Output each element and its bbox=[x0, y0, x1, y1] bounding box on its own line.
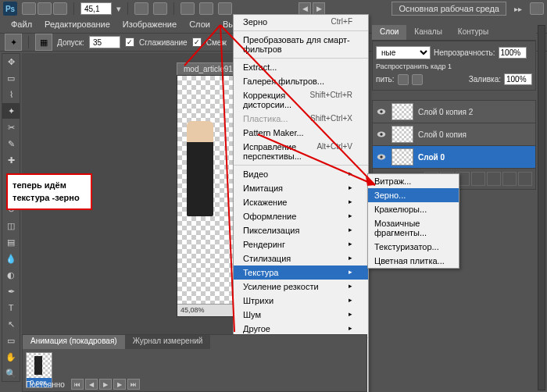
filter-category[interactable]: Рендеринг▸ bbox=[234, 237, 368, 251]
next-frame-icon[interactable]: ▶ bbox=[113, 379, 126, 390]
new-icon[interactable] bbox=[502, 172, 517, 186]
filter-category[interactable]: Имитация▸ bbox=[234, 181, 368, 195]
hand-icon[interactable] bbox=[134, 2, 148, 15]
filter-category[interactable]: Усиление резкости▸ bbox=[234, 280, 368, 294]
zoom-unit[interactable]: ▾ bbox=[116, 4, 121, 14]
gradient-tool-icon[interactable]: ▤ bbox=[2, 234, 20, 250]
filter-category[interactable]: Искажение▸ bbox=[234, 195, 368, 209]
tab-channels[interactable]: Каналы bbox=[406, 25, 450, 40]
zoom-field[interactable] bbox=[80, 2, 112, 15]
path-tool-icon[interactable]: ↖ bbox=[2, 316, 20, 332]
screen-mode-icon[interactable] bbox=[218, 2, 232, 15]
move-tool-icon[interactable]: ✥ bbox=[2, 54, 20, 69]
opacity-input[interactable] bbox=[499, 47, 527, 59]
type-tool-icon[interactable]: T bbox=[2, 300, 20, 315]
zoom-tool-icon[interactable] bbox=[153, 2, 167, 15]
zoom-small-icon[interactable]: 🔍 bbox=[2, 365, 20, 381]
texture-subitem[interactable]: Текстуризатор... bbox=[368, 240, 459, 254]
panel-tabs-top: Слои Каналы Контуры bbox=[372, 25, 536, 41]
magic-wand-tool-icon[interactable]: ✦ bbox=[2, 103, 20, 119]
crop-tool-icon[interactable]: ✂ bbox=[2, 119, 20, 135]
filter-item[interactable]: Pattern Maker... bbox=[234, 126, 368, 140]
animation-controls: Постоянно ⏮ ◀ ▶ ▶ ⏭ bbox=[26, 379, 140, 390]
menu-edit[interactable]: Редактирование bbox=[38, 17, 116, 33]
prev-frame-icon[interactable]: ◀ bbox=[85, 379, 98, 390]
filter-item[interactable]: Исправление перспективы...Alt+Ctrl+V bbox=[234, 140, 368, 163]
tab-layers[interactable]: Слои bbox=[372, 25, 406, 40]
document-tab[interactable]: mod_article91 bbox=[177, 62, 240, 76]
menu-layer[interactable]: Слои bbox=[183, 17, 216, 33]
expand-icon[interactable]: ▸▸ bbox=[514, 5, 522, 13]
blend-mode-select[interactable]: ные bbox=[376, 46, 431, 59]
contiguous-checkbox[interactable]: ✓ bbox=[192, 37, 202, 47]
texture-subitem[interactable]: Мозаичные фрагменты... bbox=[368, 216, 459, 240]
antialias-checkbox[interactable]: ✓ bbox=[125, 37, 134, 47]
healing-tool-icon[interactable]: ✚ bbox=[2, 152, 20, 168]
adjust-icon[interactable] bbox=[471, 172, 485, 186]
visibility-icon[interactable] bbox=[376, 106, 387, 117]
shape-tool-icon[interactable]: ▭ bbox=[2, 333, 20, 348]
lock-transparency-icon[interactable] bbox=[398, 74, 409, 85]
filter-last[interactable]: ЗерноCtrl+F bbox=[234, 15, 368, 29]
eraser-tool-icon[interactable]: ◫ bbox=[2, 218, 20, 233]
toolbox: ✥ ▭ ⌇ ✦ ✂ ✎ ✚ 🖌 ⧇ ↺ ◫ ▤ 💧 ◐ ✒ T ↖ ▭ ✋ 🔍 bbox=[2, 53, 20, 382]
layer-options: ные Непрозрачность: Распространить кадр … bbox=[372, 41, 536, 91]
filter-convert-smart[interactable]: Преобразовать для смарт-фильтров bbox=[234, 33, 368, 56]
tolerance-label: Допуск: bbox=[57, 38, 84, 47]
marquee-tool-icon[interactable]: ▭ bbox=[2, 70, 20, 86]
nav-left-icon[interactable]: ◀ bbox=[299, 2, 311, 15]
tool-preset-icon[interactable]: ✦ bbox=[5, 34, 22, 51]
filter-category[interactable]: Оформление▸ bbox=[234, 209, 368, 223]
loop-mode[interactable]: Постоянно bbox=[26, 380, 65, 389]
texture-subitem[interactable]: Цветная плитка... bbox=[368, 254, 459, 268]
layer-name: Слой 0 копия 2 bbox=[418, 108, 473, 116]
menu-image[interactable]: Изображение bbox=[116, 17, 183, 33]
filter-item[interactable]: Коррекция дисторсии...Shift+Ctrl+R bbox=[234, 88, 368, 112]
history-icon[interactable] bbox=[38, 2, 52, 15]
group-icon[interactable] bbox=[487, 172, 501, 186]
pen-tool-icon[interactable]: ✒ bbox=[2, 283, 20, 299]
filter-category[interactable]: Шум▸ bbox=[234, 308, 368, 322]
bridge-icon[interactable] bbox=[22, 2, 36, 15]
dodge-tool-icon[interactable]: ◐ bbox=[2, 267, 20, 283]
filter-item[interactable]: Галерея фильтров... bbox=[234, 74, 368, 88]
first-frame-icon[interactable]: ⏮ bbox=[71, 379, 84, 390]
rotate-icon[interactable] bbox=[181, 2, 195, 15]
blur-tool-icon[interactable]: 💧 bbox=[2, 251, 20, 266]
lasso-tool-icon[interactable]: ⌇ bbox=[2, 87, 20, 102]
texture-subitem[interactable]: Витраж... bbox=[368, 174, 459, 188]
layout-icon[interactable] bbox=[53, 2, 67, 15]
filter-category[interactable]: Пикселизация▸ bbox=[234, 223, 368, 237]
panel-collapse-strip[interactable] bbox=[538, 25, 545, 390]
hand-tool-icon[interactable]: ✋ bbox=[2, 349, 20, 365]
last-frame-icon[interactable]: ⏭ bbox=[127, 379, 140, 390]
filter-item[interactable]: Пластика...Shift+Ctrl+X bbox=[234, 112, 368, 126]
workspace-switcher[interactable]: Основная рабочая среда bbox=[391, 2, 506, 16]
texture-subitem[interactable]: Кракелюры... bbox=[368, 202, 459, 216]
nav-right-icon[interactable]: ▶ bbox=[313, 2, 325, 15]
tab-animation[interactable]: Анимация (покадровая) bbox=[23, 335, 125, 349]
visibility-icon[interactable] bbox=[376, 129, 387, 140]
trash-icon[interactable] bbox=[518, 172, 532, 186]
tab-paths[interactable]: Контуры bbox=[450, 25, 496, 40]
filter-category[interactable]: Штрихи▸ bbox=[234, 294, 368, 308]
fill-input[interactable] bbox=[504, 73, 532, 85]
search-icon[interactable] bbox=[530, 2, 544, 15]
filter-category[interactable]: Текстура▸ bbox=[234, 265, 368, 280]
play-icon[interactable]: ▶ bbox=[99, 379, 112, 390]
visibility-icon[interactable] bbox=[376, 151, 387, 162]
lock-pixels-icon[interactable] bbox=[412, 74, 423, 85]
sample-size-icon[interactable]: ▦ bbox=[35, 34, 52, 51]
layer-row[interactable]: Слой 0 копия 2 bbox=[373, 101, 535, 123]
menu-file[interactable]: Файл bbox=[5, 17, 38, 33]
texture-subitem[interactable]: Зерно... bbox=[368, 188, 459, 202]
tolerance-input[interactable] bbox=[89, 36, 120, 48]
filter-category[interactable]: Видео▸ bbox=[234, 167, 368, 181]
arrange-icon[interactable] bbox=[199, 2, 213, 15]
tab-measurement[interactable]: Журнал измерений bbox=[125, 335, 211, 349]
eyedropper-tool-icon[interactable]: ✎ bbox=[2, 136, 20, 151]
layer-row[interactable]: Слой 0 bbox=[373, 146, 535, 169]
layer-row[interactable]: Слой 0 копия bbox=[373, 123, 535, 146]
filter-category[interactable]: Стилизация▸ bbox=[234, 251, 368, 265]
filter-item[interactable]: Extract... bbox=[234, 60, 368, 74]
